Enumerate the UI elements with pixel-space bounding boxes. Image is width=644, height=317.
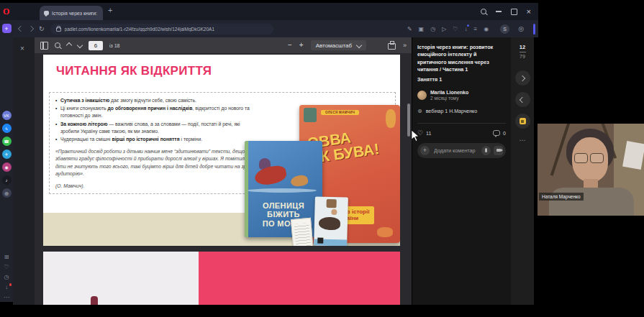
extensions-row: ✎▣◷▷♡↓≡◉ bbox=[407, 26, 489, 32]
chevron-left-icon bbox=[520, 96, 525, 102]
like-count: 11 bbox=[426, 131, 431, 136]
slide-counter-current: 12 bbox=[511, 44, 534, 50]
add-attachment-button[interactable]: + bbox=[420, 146, 430, 155]
card-figure bbox=[331, 209, 337, 215]
messenger-icon[interactable]: ϟ bbox=[2, 124, 12, 133]
post-timestamp: 2 місяці тому bbox=[430, 96, 468, 101]
flow-icon[interactable]: ▷ bbox=[442, 26, 446, 32]
comment-input[interactable] bbox=[432, 147, 479, 155]
downloads-icon[interactable]: ↓ bbox=[2, 284, 11, 290]
forward-button[interactable] bbox=[28, 26, 34, 32]
pdf-sidebar-toggle-icon[interactable] bbox=[40, 42, 48, 50]
chevron-right-icon bbox=[520, 75, 525, 81]
open-booklet bbox=[291, 218, 314, 246]
pink-block bbox=[199, 252, 400, 305]
paper-plane-icon[interactable]: ✈ bbox=[2, 24, 12, 33]
pdf-toolbar: із 18 − + Автомасштаб » bbox=[35, 37, 412, 53]
previous-page-button[interactable] bbox=[66, 42, 72, 48]
history-icon[interactable]: ◷ bbox=[2, 274, 11, 280]
mic-icon bbox=[485, 148, 487, 152]
toolbar-expand-button[interactable]: » bbox=[403, 42, 407, 49]
bookmark-heart-icon[interactable]: ♡ bbox=[453, 26, 458, 32]
instagram-icon[interactable]: ◉ bbox=[2, 162, 12, 172]
vk-icon[interactable]: VK bbox=[2, 111, 12, 120]
download-icon[interactable]: ↓ bbox=[464, 26, 467, 32]
slide-page: ЧИТАННЯ ЯК ВІДКРИТТЯ Сутичка з інакшістю… bbox=[43, 55, 400, 246]
qr-code bbox=[317, 238, 323, 244]
share-icon[interactable]: ✎ bbox=[407, 26, 412, 32]
author-avatar bbox=[417, 91, 427, 100]
participant-name: Наталя Марченко bbox=[539, 193, 584, 201]
slide-nav-rail: 12 79 ⋯ bbox=[511, 37, 534, 305]
opera-menu-button[interactable]: O bbox=[3, 6, 9, 17]
profile-icon[interactable]: ◉ bbox=[484, 26, 489, 32]
mic-button[interactable] bbox=[481, 146, 491, 155]
close-window-button[interactable]: × bbox=[527, 8, 531, 16]
next-page-button[interactable] bbox=[77, 42, 83, 48]
reading-list-icon[interactable]: ≡ bbox=[473, 26, 477, 32]
easy-setup-icon[interactable]: ◎ bbox=[518, 25, 524, 32]
pdf-viewer: із 18 − + Автомасштаб » ЧИТАННЯ Я bbox=[35, 37, 412, 305]
paper-on-wall bbox=[622, 141, 644, 170]
comment-count: 0 bbox=[503, 131, 506, 136]
opera-sidebar: ✈VKϟ☎✈◉♪◎ ⊞♡◷↓⋯ bbox=[0, 20, 13, 302]
participant-video[interactable]: Наталя Марченко bbox=[538, 124, 644, 216]
next-slide-button[interactable] bbox=[515, 70, 530, 86]
camera-icon bbox=[496, 149, 501, 152]
tab-favicon-icon bbox=[44, 11, 49, 15]
zoom-out-button[interactable]: − bbox=[288, 42, 292, 49]
new-tab-button[interactable]: + bbox=[108, 6, 112, 14]
address-bar-row: ↻ padlet.com/lionenkomariia/1-r2i4fzu/qq… bbox=[13, 20, 538, 37]
screen-share-area: O Історія через книги: розви + × ↻ padle… bbox=[0, 3, 538, 302]
minimize-button[interactable] bbox=[496, 11, 502, 12]
slide-bullet-list: Сутичка з інакшістю дає змогу відчути се… bbox=[55, 97, 255, 143]
telegram-icon[interactable]: ✈ bbox=[2, 150, 12, 159]
zoom-in-button[interactable]: + bbox=[299, 42, 304, 49]
more-options-button[interactable]: ⋯ bbox=[511, 137, 534, 144]
prev-slide-button[interactable] bbox=[515, 92, 530, 107]
workspaces-icon[interactable]: ⊞ bbox=[2, 254, 11, 260]
bookmarks-icon[interactable]: ♡ bbox=[2, 264, 11, 270]
history-icon[interactable]: ◷ bbox=[430, 26, 435, 32]
mouse-cursor bbox=[411, 129, 419, 145]
slide-bullet: За кожною літерою — важливі слова, а за … bbox=[55, 121, 255, 135]
divider bbox=[417, 123, 506, 124]
page-number-input[interactable] bbox=[89, 41, 103, 50]
address-bar[interactable]: padlet.com/lionenkomariia/1-r2i4fzu/qqzh… bbox=[50, 24, 273, 35]
cover-illustration bbox=[290, 174, 309, 187]
zoom-mode-select[interactable]: Автомасштаб bbox=[311, 40, 366, 50]
participant-shoulders bbox=[549, 188, 634, 216]
camera-button[interactable] bbox=[494, 146, 503, 155]
search-icon[interactable] bbox=[481, 9, 486, 14]
pdf-scrollbar-thumb[interactable] bbox=[407, 104, 410, 137]
tab-title: Історія через книги: розви bbox=[52, 11, 99, 16]
attachment-row[interactable]: ⊕ вебінар 1 Н.Марченко bbox=[417, 109, 506, 114]
slideshow-button[interactable] bbox=[515, 114, 530, 129]
counter-divider bbox=[520, 52, 526, 52]
whatsapp-icon[interactable]: ☎ bbox=[2, 137, 12, 146]
more-icon[interactable]: ⋯ bbox=[2, 294, 11, 300]
discord-icon[interactable]: ◎ bbox=[2, 188, 12, 198]
pdf-search-icon[interactable] bbox=[55, 42, 60, 48]
slide-bullet: Сутичка з інакшістю дає змогу відчути се… bbox=[55, 97, 255, 104]
maximize-button[interactable] bbox=[511, 9, 517, 15]
side-panel: × bbox=[13, 37, 35, 305]
card-horse bbox=[319, 217, 340, 231]
url-text: padlet.com/lionenkomariia/1-r2i4fzu/qqzh… bbox=[65, 27, 214, 32]
browser-tab-bar: O Історія через книги: розви + × bbox=[0, 3, 538, 20]
browser-tab[interactable]: Історія через книги: розви bbox=[40, 6, 103, 20]
reload-button[interactable]: ↻ bbox=[39, 26, 45, 32]
tiktok-icon[interactable]: ♪ bbox=[2, 175, 12, 185]
snapshot-icon[interactable]: ▣ bbox=[419, 26, 425, 32]
post-session-label: Заняття 1 bbox=[417, 76, 506, 83]
print-icon[interactable] bbox=[388, 43, 396, 50]
slide-counter-total: 79 bbox=[511, 54, 534, 59]
zoom-mode-label: Автомасштаб bbox=[316, 42, 352, 49]
next-slide-page bbox=[43, 252, 400, 305]
close-panel-button[interactable]: × bbox=[20, 45, 24, 52]
comment-icon[interactable] bbox=[493, 130, 500, 136]
profile-avatar[interactable]: S bbox=[500, 24, 509, 34]
back-button[interactable] bbox=[18, 26, 24, 32]
post-author-row: Mariia Lionenko 2 місяці тому bbox=[417, 90, 506, 101]
slide-title: ЧИТАННЯ ЯК ВІДКРИТТЯ bbox=[56, 64, 212, 78]
